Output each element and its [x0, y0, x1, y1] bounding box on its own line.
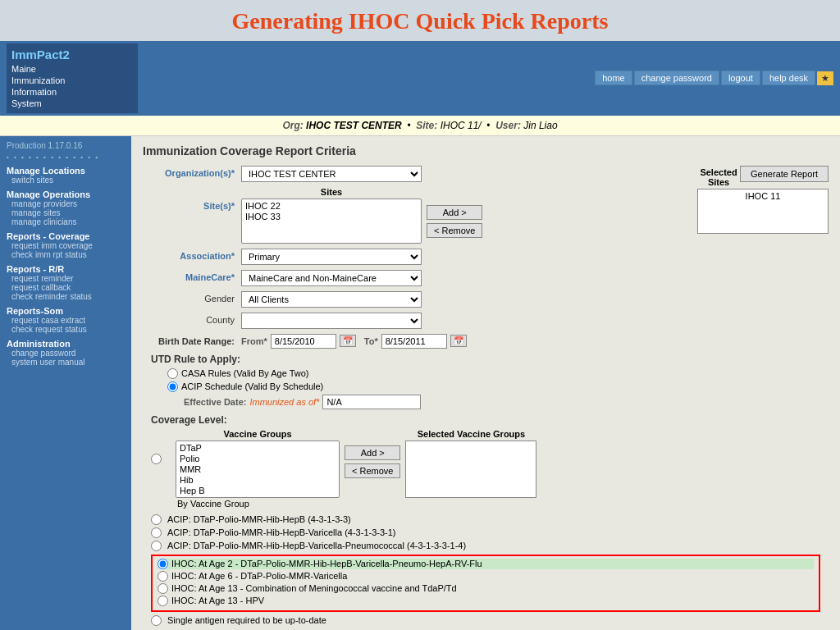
vaccine-groups-list[interactable]: DTaPPolioMMRHibHep BVaricella: [176, 441, 340, 498]
casa-rules-row: CASA Rules (Valid By Age Two): [167, 368, 829, 379]
sidebar-section-rr[interactable]: Reports - R/R: [7, 264, 125, 274]
county-label: County: [143, 313, 241, 325]
sidebar-item-manage-providers[interactable]: manage providers: [11, 199, 125, 208]
sidebar-section-som[interactable]: Reports-Som: [7, 306, 125, 316]
ihoc-label-1: IHOC: At Age 2 - DTaP-Polio-MMR-Hib-HepB…: [171, 559, 482, 568]
effective-date-input[interactable]: [322, 395, 421, 409]
org-value: IHOC TEST CENTER: [306, 120, 402, 131]
sidebar-section-coverage[interactable]: Reports - Coverage: [7, 231, 125, 241]
sidebar-item-system-user-manual[interactable]: system user manual: [11, 358, 125, 367]
sidebar-item-request-imm-coverage[interactable]: request imm coverage: [11, 241, 125, 250]
top-controls: Generate Report Selected Sites IHOC 11 O…: [143, 166, 829, 249]
top-nav: ImmPact2 Maine Immunization Information …: [0, 41, 840, 116]
to-date-input[interactable]: [381, 334, 447, 349]
site-value: IHOC 11/: [441, 120, 482, 131]
generate-report-button[interactable]: Generate Report: [740, 166, 829, 182]
sidebar-item-change-password[interactable]: change password: [11, 349, 125, 358]
sidebar-item-switch-sites[interactable]: switch sites: [11, 176, 125, 185]
sites-header-row: Sites: [241, 187, 697, 197]
selected-vaccine-title: Selected Vaccine Groups: [418, 429, 525, 439]
ihoc-option-3-row: IHOC: At Age 13 - Combination of Meningo…: [158, 583, 814, 594]
ihoc-label-4: IHOC: At Age 13 - HPV: [171, 596, 264, 605]
utd-section: UTD Rule to Apply: CASA Rules (Valid By …: [143, 354, 829, 409]
logo-title: ImmPact2: [11, 47, 133, 63]
mainecare-select[interactable]: MaineCare and Non-MaineCare: [241, 270, 422, 286]
user-value: Jin Liao: [523, 120, 557, 131]
ihoc-radio-3[interactable]: [158, 583, 168, 594]
effective-date-row: Effective Date: Immunized as of*: [184, 395, 829, 409]
acip-option-2: ACIP: DTaP-Polio-MMR-Hib-HepB-Varicella …: [151, 527, 829, 538]
acip-option-1: ACIP: DTaP-Polio-MMR-Hib-HepB (4-3-1-3-3…: [151, 514, 829, 525]
acip-label-1: ACIP: DTaP-Polio-MMR-Hib-HepB (4-3-1-3-3…: [167, 514, 351, 524]
ihoc-label-3: IHOC: At Age 13 - Combination of Meningo…: [171, 583, 457, 593]
add-vaccine-button[interactable]: Add >: [345, 445, 400, 460]
casa-rules-label: CASA Rules (Valid By Age Two): [181, 368, 309, 378]
by-vaccine-group-radio[interactable]: [151, 454, 162, 464]
sidebar-item-check-imm-rpt-status[interactable]: check imm rpt status: [11, 250, 125, 259]
home-link[interactable]: home: [595, 71, 632, 85]
sidebar-section-admin[interactable]: Administration: [7, 339, 125, 349]
acip-radio-3[interactable]: [151, 541, 162, 551]
acip-label-2: ACIP: DTaP-Polio-MMR-Hib-HepB-Varicella …: [167, 527, 396, 537]
organization-select[interactable]: IHOC TEST CENTER: [241, 166, 422, 182]
by-vaccine-group-label: By Vaccine Group: [177, 499, 249, 509]
ihoc-radio-2[interactable]: [158, 571, 168, 582]
ihoc-radio-4[interactable]: [158, 596, 168, 606]
from-calendar-icon[interactable]: 📅: [340, 335, 356, 347]
acip-options-group: ACIP: DTaP-Polio-MMR-Hib-HepB (4-3-1-3-3…: [143, 514, 829, 551]
sidebar-item-request-casa-extract[interactable]: request casa extract: [11, 316, 125, 325]
to-calendar-icon[interactable]: 📅: [450, 335, 467, 347]
sidebar-item-check-reminder-status[interactable]: check reminder status: [11, 292, 125, 301]
gender-row: Gender All Clients: [143, 291, 829, 308]
remove-site-button[interactable]: < Remove: [427, 223, 482, 238]
acip-schedule-label: ACIP Schedule (Valid By Schedule): [181, 381, 323, 391]
logout-link[interactable]: logout: [721, 71, 760, 85]
from-date-input[interactable]: [271, 334, 336, 349]
selected-vaccine-col: Selected Vaccine Groups: [405, 429, 536, 498]
acip-schedule-radio[interactable]: [167, 381, 178, 392]
birth-date-label: Birth Date Range:: [143, 334, 241, 346]
change-password-link[interactable]: change password: [634, 71, 719, 85]
by-vaccine-radio-col: [151, 429, 176, 467]
organization-row: Organization(s)* IHOC TEST CENTER: [143, 166, 697, 182]
gender-select[interactable]: All Clients: [241, 291, 422, 308]
county-row: County: [143, 313, 829, 329]
site-label: Site:: [416, 120, 437, 131]
add-site-button[interactable]: Add >: [427, 205, 482, 220]
single-antigen-label: Single antigen required to be up-to-date: [167, 615, 326, 625]
logo-line3: Information: [11, 86, 133, 98]
acip-radio-1[interactable]: [151, 514, 162, 525]
sidebar-item-manage-clinicians[interactable]: manage clinicians: [11, 217, 125, 226]
sidebar-dots: • • • • • • • • • • • • •: [7, 153, 125, 161]
acip-radio-2[interactable]: [151, 527, 162, 538]
sidebar-section-locations[interactable]: Manage Locations: [7, 166, 125, 176]
vaccine-groups-col: Vaccine Groups DTaPPolioMMRHibHep BVaric…: [176, 429, 340, 498]
sidebar-item-request-callback[interactable]: request callback: [11, 283, 125, 292]
star-icon[interactable]: ★: [817, 71, 833, 85]
sidebar-section-operations[interactable]: Manage Operations: [7, 189, 125, 199]
association-select[interactable]: Primary: [241, 249, 422, 265]
single-antigen-row: Single antigen required to be up-to-date: [151, 615, 829, 626]
remove-vaccine-button[interactable]: < Remove: [345, 463, 400, 478]
county-select[interactable]: [241, 313, 422, 329]
from-label: From*: [241, 336, 267, 346]
sidebar-item-manage-sites[interactable]: manage sites: [11, 208, 125, 217]
sidebar-item-check-request-status[interactable]: check request status: [11, 325, 125, 334]
ihoc-radio-1[interactable]: [158, 559, 168, 569]
content-area: Immunization Coverage Report Criteria Ge…: [131, 136, 840, 630]
logo-line1: Maine: [11, 63, 133, 75]
selected-vaccine-list[interactable]: [405, 441, 536, 498]
acip-option-3: ACIP: DTaP-Polio-MMR-Hib-HepB-Varicella-…: [151, 541, 829, 551]
available-sites-list[interactable]: IHOC 22IHOC 33: [241, 199, 422, 244]
main-layout: Production 1.17.0.16 • • • • • • • • • •…: [0, 136, 840, 630]
vaccine-group-area: Vaccine Groups DTaPPolioMMRHibHep BVaric…: [151, 429, 829, 509]
ihoc-box: IHOC: At Age 2 - DTaP-Polio-MMR-Hib-HepB…: [151, 555, 820, 612]
selected-sites-box[interactable]: IHOC 11: [697, 189, 829, 234]
sidebar-item-request-reminder[interactable]: request reminder: [11, 274, 125, 283]
single-antigen-radio[interactable]: [151, 615, 162, 626]
date-range-group: From* 📅 To* 📅: [241, 334, 467, 349]
casa-rules-radio[interactable]: [167, 368, 178, 379]
acip-schedule-row: ACIP Schedule (Valid By Schedule): [167, 381, 829, 392]
mainecare-label: MaineCare*: [143, 270, 241, 282]
help-desk-link[interactable]: help desk: [762, 71, 815, 85]
